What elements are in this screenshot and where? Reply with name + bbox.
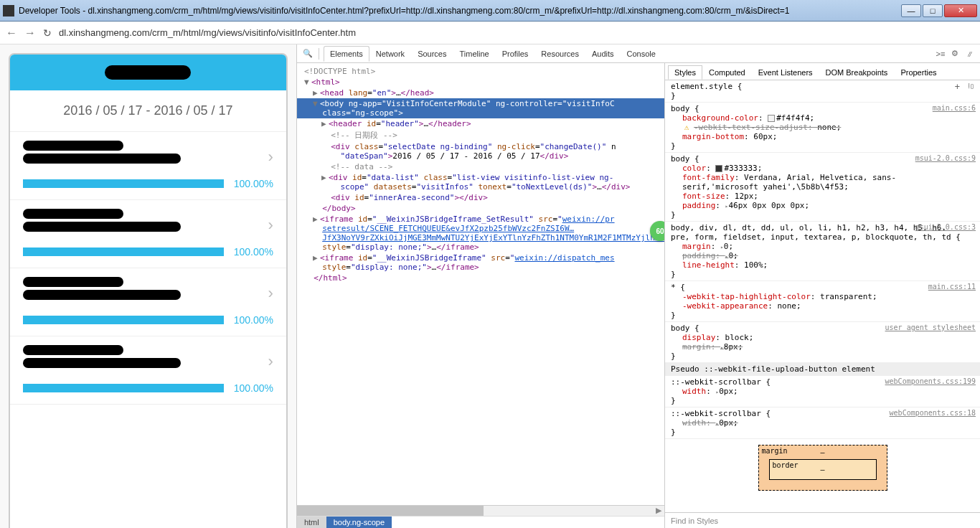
percent-label: 100.00% bbox=[234, 382, 273, 394]
css-rule[interactable]: +⁞▯element.style {} bbox=[665, 80, 980, 103]
elements-tree[interactable]: <!DOCTYPE html> ▼<html> ▶<head lang="en"… bbox=[297, 63, 664, 505]
css-rule[interactable]: Pseudo ::-webkit-file-upload-button elem… bbox=[665, 363, 980, 376]
devtools-toolbar: 🔍 ElementsNetworkSourcesTimelineProfiles… bbox=[297, 44, 980, 63]
devtools-tab-elements[interactable]: Elements bbox=[324, 46, 369, 62]
css-property[interactable]: -webkit-appearance: none; bbox=[671, 301, 966, 311]
devtools-tab-sources[interactable]: Sources bbox=[411, 46, 453, 62]
find-in-styles[interactable]: Find in Styles bbox=[665, 512, 980, 528]
settings-icon[interactable]: ⚙ bbox=[948, 47, 961, 60]
toggle-state-icon[interactable]: ⁞▯ bbox=[968, 82, 974, 90]
selector[interactable]: body { bbox=[671, 104, 966, 113]
styles-tab-computed[interactable]: Computed bbox=[702, 65, 752, 80]
styles-tab-styles[interactable]: Styles bbox=[668, 65, 702, 80]
list-item[interactable]: › 100.00% bbox=[10, 268, 286, 336]
date-selector[interactable]: 2016 / 05 / 17 - 2016 / 05 / 17 bbox=[10, 90, 286, 132]
css-property[interactable]: margin-bottom: 60px; bbox=[671, 132, 966, 141]
devtools-tab-console[interactable]: Console bbox=[621, 46, 662, 62]
css-property[interactable]: margin: ▸8px; bbox=[671, 342, 966, 352]
redacted bbox=[23, 277, 123, 287]
styles-body[interactable]: +⁞▯element.style {}main.css:6body {backg… bbox=[665, 80, 980, 512]
css-property[interactable]: color: #333333; bbox=[671, 164, 966, 173]
css-rule[interactable]: webComponents.css:18::-webkit-scrollbar … bbox=[665, 407, 980, 439]
back-button[interactable]: ← bbox=[6, 27, 17, 39]
minimize-button[interactable]: — bbox=[901, 4, 921, 17]
selector[interactable]: element.style { bbox=[671, 82, 966, 91]
css-property[interactable]: -webkit-tap-highlight-color: transparent… bbox=[671, 292, 966, 301]
inspect-icon[interactable]: 🔍 bbox=[301, 47, 314, 60]
css-rule[interactable]: main.css:11* {-webkit-tap-highlight-colo… bbox=[665, 281, 980, 322]
crumb-html[interactable]: html bbox=[297, 517, 326, 528]
dom-node[interactable]: ▶<header id="header">…</header> bbox=[297, 118, 664, 129]
css-property[interactable]: font-size: 12px; bbox=[671, 192, 966, 201]
chevron-right-icon: › bbox=[268, 216, 273, 235]
dock-badge[interactable]: 60 bbox=[650, 221, 664, 241]
warning-icon: ⚠ bbox=[682, 123, 691, 132]
redacted bbox=[105, 65, 191, 80]
css-rule[interactable]: main.css:6body {background-color: #f4f4f… bbox=[665, 103, 980, 153]
dom-node[interactable]: <div class="selectDate ng-binding" ng-cl… bbox=[297, 141, 664, 161]
devtools-tab-timeline[interactable]: Timeline bbox=[453, 46, 495, 62]
close-button[interactable]: ✕ bbox=[944, 4, 977, 17]
devtools-tab-resources[interactable]: Resources bbox=[534, 46, 585, 62]
list-item[interactable]: › 100.00% bbox=[10, 336, 286, 405]
source-link[interactable]: user agent stylesheet bbox=[885, 324, 976, 331]
css-property[interactable]: ⚠-webkit-text-size-adjust: none; bbox=[671, 123, 966, 132]
css-property[interactable]: line-height: 100%; bbox=[671, 260, 966, 270]
redacted bbox=[23, 209, 123, 219]
css-property[interactable]: display: block; bbox=[671, 333, 966, 342]
dom-node[interactable]: ▶<iframe id="__WeixinJSBridgeIframe_SetR… bbox=[297, 214, 664, 253]
dom-node[interactable]: ▶<head lang="en">…</head> bbox=[297, 88, 664, 98]
source-link[interactable]: msui-2.0.css:9 bbox=[915, 154, 976, 162]
css-property[interactable]: margin: ▸0; bbox=[671, 242, 966, 251]
css-property[interactable]: background-color: #f4f4f4; bbox=[671, 113, 966, 123]
css-property[interactable]: padding: ▸0; bbox=[671, 251, 966, 260]
scroll-right-arrow[interactable]: ▶ bbox=[653, 506, 664, 516]
dom-node[interactable]: ▶<div id="data-list" class="list-view vi… bbox=[297, 172, 664, 192]
source-link[interactable]: main.css:11 bbox=[928, 283, 976, 291]
source-link[interactable]: main.css:6 bbox=[933, 104, 976, 112]
devtools-panel: 🔍 ElementsNetworkSourcesTimelineProfiles… bbox=[296, 44, 980, 528]
dom-comment[interactable]: <!-- data --> bbox=[297, 161, 664, 172]
dom-node[interactable]: <!DOCTYPE html> bbox=[297, 66, 664, 77]
forward-button[interactable]: → bbox=[24, 27, 36, 39]
crumb-body[interactable]: body.ng-scope bbox=[326, 517, 392, 528]
color-swatch[interactable] bbox=[715, 165, 722, 172]
styles-tab-dom-breakpoints[interactable]: DOM Breakpoints bbox=[819, 65, 895, 80]
css-property[interactable]: padding: ▸46px 0px 0px 0px; bbox=[671, 201, 966, 210]
source-link[interactable]: webComponents.css:199 bbox=[885, 377, 976, 385]
list-item[interactable]: › 100.00% bbox=[10, 200, 286, 268]
scrollbar-thumb[interactable] bbox=[297, 506, 484, 516]
horizontal-scrollbar[interactable]: ▶ bbox=[297, 506, 664, 517]
dom-node[interactable]: ▼<html> bbox=[297, 77, 664, 88]
dom-comment[interactable]: <!-- 日期段 --> bbox=[297, 129, 664, 141]
css-rule[interactable]: user agent stylesheetbody {display: bloc… bbox=[665, 322, 980, 363]
css-rule[interactable]: msui-2.0.css:3body, div, dl, dt, dd, ul,… bbox=[665, 222, 980, 281]
new-rule-icon[interactable]: + bbox=[955, 82, 960, 92]
toggle-drawer-icon[interactable]: >≡ bbox=[934, 47, 947, 60]
source-link[interactable]: webComponents.css:18 bbox=[890, 409, 976, 417]
dom-node-selected[interactable]: ▼<body ng-app="VisitInfoCenterModule" ng… bbox=[297, 98, 664, 118]
dock-icon[interactable]: ⫽ bbox=[963, 47, 976, 60]
selector[interactable]: * { bbox=[671, 283, 966, 292]
percent-label: 100.00% bbox=[234, 178, 273, 189]
url-display[interactable]: dl.xinshangmeng.com/crm_m/html/mg/views/… bbox=[59, 27, 356, 38]
styles-tab-properties[interactable]: Properties bbox=[894, 65, 943, 80]
color-swatch[interactable] bbox=[768, 115, 775, 122]
css-property[interactable]: width: ▸0px; bbox=[671, 418, 966, 428]
list-item[interactable]: › 100.00% bbox=[10, 132, 286, 200]
source-link[interactable]: msui-2.0.css:3 bbox=[915, 223, 976, 231]
dom-node[interactable]: </html> bbox=[297, 273, 664, 283]
css-property[interactable]: font-family: Verdana, Arial, Helvetica, … bbox=[671, 173, 966, 192]
css-property[interactable]: width: ▸0px; bbox=[671, 387, 966, 396]
styles-tab-event-listeners[interactable]: Event Listeners bbox=[752, 65, 819, 80]
devtools-tab-network[interactable]: Network bbox=[369, 46, 411, 62]
maximize-button[interactable]: □ bbox=[923, 4, 943, 17]
devtools-tab-profiles[interactable]: Profiles bbox=[496, 46, 535, 62]
css-rule[interactable]: msui-2.0.css:9body {color: #333333;font-… bbox=[665, 153, 980, 222]
dom-node[interactable]: ▶<iframe id="__WeixinJSBridgeIframe" src… bbox=[297, 253, 664, 273]
reload-button[interactable]: ↻ bbox=[43, 27, 52, 39]
dom-node[interactable]: <div id="innerArea-second"></div> bbox=[297, 192, 664, 203]
css-rule[interactable]: webComponents.css:199::-webkit-scrollbar… bbox=[665, 376, 980, 407]
dom-node[interactable]: </body> bbox=[297, 203, 664, 214]
devtools-tab-audits[interactable]: Audits bbox=[585, 46, 621, 62]
